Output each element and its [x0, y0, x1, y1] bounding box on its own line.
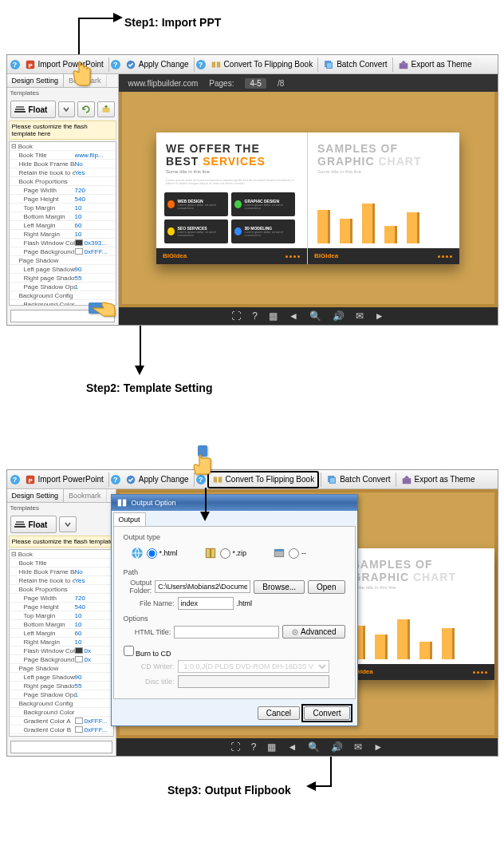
svg-rect-31	[274, 550, 283, 552]
convert-label: Convert To Flipping Book	[224, 60, 313, 69]
burn-cd-checkbox[interactable]: Burn to CD	[124, 646, 345, 658]
help-icon[interactable]: ?	[10, 60, 20, 69]
open-button[interactable]: Open	[308, 580, 345, 594]
next-page-icon[interactable]: ►	[373, 741, 383, 753]
convert-label: Convert To Flipping Book	[226, 475, 315, 484]
radio-zip[interactable]: *.zip	[203, 546, 247, 560]
apply-change-button[interactable]: Apply Change	[122, 57, 192, 72]
import-powerpoint-button[interactable]: PImport PowerPoint	[22, 472, 107, 487]
import-powerpoint-button[interactable]: P Import PowerPoint	[22, 57, 107, 72]
disc-title-label: Disc title:	[124, 678, 175, 686]
svg-text:P: P	[28, 61, 32, 69]
zoom-icon[interactable]: 🔍	[309, 310, 321, 322]
svg-rect-26	[122, 500, 125, 507]
export-theme-button[interactable]: Export as Theme	[395, 57, 475, 72]
svg-rect-9	[16, 106, 24, 108]
main-toolbar-2: ? PImport PowerPoint ? Apply Change ? Co…	[7, 470, 498, 489]
dialog-title-text: Output Option	[132, 499, 176, 507]
sound-icon[interactable]: 🔊	[331, 741, 343, 753]
tab-design-setting[interactable]: Design Setting	[7, 489, 65, 502]
html-title-label: HTML Title:	[124, 628, 171, 636]
help-viewer-icon[interactable]: ?	[252, 310, 258, 322]
float-text: Float	[29, 520, 48, 529]
html-title-input[interactable]	[174, 626, 278, 639]
convert-button-hl[interactable]: Convert To Flipping Book	[207, 471, 320, 488]
fullscreen-icon[interactable]: ⛶	[230, 741, 240, 753]
file-name-input[interactable]	[178, 597, 234, 610]
step1-label: Step1: Import PPT	[124, 11, 221, 34]
template-import-button[interactable]	[97, 101, 115, 117]
help-icon[interactable]: ?	[111, 475, 120, 484]
prev-page-icon[interactable]: ◄	[289, 310, 298, 322]
batch-convert-button[interactable]: Batch Convert	[320, 57, 390, 72]
output-folder-input[interactable]	[155, 580, 250, 593]
prev-page-icon[interactable]: ◄	[287, 741, 297, 753]
templates-label: Templates	[7, 88, 118, 98]
dialog-tab-output[interactable]: Output	[113, 512, 146, 526]
template-dropdown-button[interactable]	[58, 101, 76, 117]
svg-rect-17	[213, 476, 216, 482]
apply-icon	[125, 59, 136, 70]
thumbnails-icon[interactable]: ▦	[269, 310, 278, 322]
svg-rect-24	[14, 526, 26, 528]
radio-exe[interactable]: --	[272, 546, 306, 560]
svg-rect-4	[216, 61, 219, 67]
template-float-select[interactable]: Float	[10, 516, 57, 533]
help-icon-3[interactable]: ?	[196, 60, 206, 69]
sound-icon[interactable]: 🔊	[333, 310, 345, 322]
powerpoint-icon: P	[25, 474, 36, 485]
stack-icon	[14, 518, 26, 531]
svg-rect-22	[15, 524, 25, 525]
share-icon[interactable]: ✉	[356, 310, 364, 322]
flipbook-preview[interactable]: WE OFFER THEBEST SERVICES Some title in …	[156, 132, 459, 264]
convert-button[interactable]: Convert To Flipping Book	[207, 57, 317, 72]
help-icon[interactable]: ?	[10, 475, 20, 484]
svg-rect-10	[14, 111, 26, 113]
page-left: WE OFFER THEBEST SERVICES Some title in …	[156, 132, 308, 264]
design-sidebar: Design Setting Bookmark Templates Float …	[7, 74, 119, 325]
zip-icon	[203, 546, 218, 560]
apply-label: Apply Change	[139, 60, 189, 69]
output-type-label: Output type	[124, 533, 345, 541]
page-right: SAMPLES OFGRAPHIC CHART Some title in th…	[308, 132, 459, 264]
export-theme-button[interactable]: Export as Theme	[398, 472, 478, 487]
cancel-button[interactable]: Cancel	[258, 706, 300, 720]
templates-label: Templates	[7, 503, 116, 513]
convert-dialog-button[interactable]: Convert	[304, 706, 349, 720]
svg-point-33	[294, 631, 296, 633]
template-refresh-button[interactable]	[77, 101, 95, 117]
pages-value[interactable]: 4-5	[245, 78, 266, 89]
template-float-select[interactable]: Float	[10, 101, 56, 118]
tab-design-setting[interactable]: Design Setting	[7, 74, 65, 87]
output-option-dialog: Output Option Output Output type *.html …	[111, 494, 358, 726]
batch-label: Batch Convert	[337, 60, 387, 69]
help-viewer-icon[interactable]: ?	[251, 741, 257, 753]
next-page-icon[interactable]: ►	[375, 310, 384, 322]
property-grid[interactable]: ⊟ BookBook Titlewww.flip...Hide Book Fra…	[9, 141, 116, 306]
fullscreen-icon[interactable]: ⛶	[231, 310, 241, 322]
thumbnails-icon[interactable]: ▦	[267, 741, 276, 753]
svg-rect-3	[211, 61, 215, 67]
dialog-icon	[116, 497, 128, 508]
svg-text:P: P	[28, 476, 32, 484]
svg-rect-25	[117, 500, 120, 507]
share-icon[interactable]: ✉	[354, 741, 362, 753]
export-label: Export as Theme	[411, 60, 472, 69]
property-grid-2[interactable]: ⊟ BookBook TitleHide Book Frame BarNoRet…	[9, 549, 114, 737]
radio-html-label: *.html	[159, 549, 178, 557]
file-name-label: File Name:	[124, 599, 175, 607]
batch-convert-button[interactable]: Batch Convert	[323, 472, 393, 487]
tab-bookmark[interactable]: Bookmark	[64, 489, 107, 502]
zoom-icon[interactable]: 🔍	[308, 741, 320, 753]
advanced-button[interactable]: Advanced	[282, 625, 345, 639]
export-label: Export as Theme	[415, 475, 475, 484]
customize-hint: Please customize the flash template here	[9, 536, 114, 548]
stack-icon	[14, 103, 26, 116]
browse-button[interactable]: Browse...	[254, 580, 305, 594]
radio-zip-label: *.zip	[233, 549, 247, 557]
apply-change-button[interactable]: Apply Change	[122, 472, 192, 487]
radio-html[interactable]: *.html	[130, 546, 178, 560]
options-label: Options	[124, 615, 345, 623]
template-dropdown-button[interactable]	[59, 516, 77, 532]
help-icon-2[interactable]: ?	[111, 60, 120, 69]
